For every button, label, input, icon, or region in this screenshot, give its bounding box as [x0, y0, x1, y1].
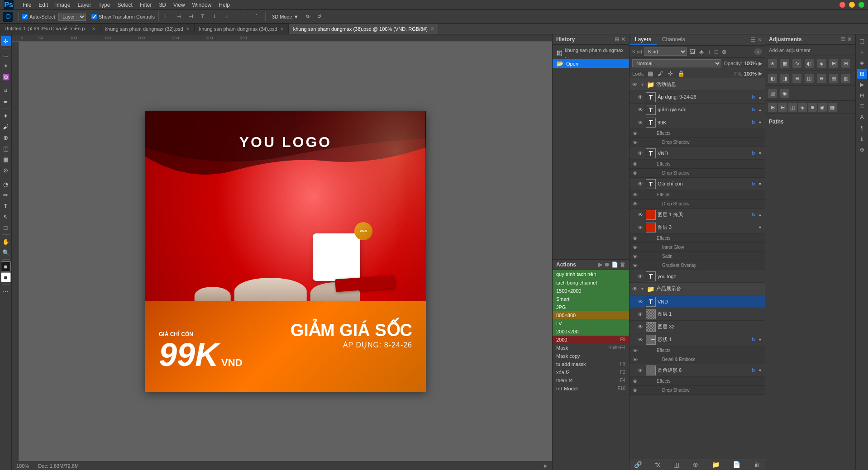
toolbar-align-right[interactable]: ⊣	[186, 13, 196, 20]
rail-info[interactable]: ℹ	[857, 134, 867, 144]
adj-brightness[interactable]: ☀	[768, 59, 777, 68]
tab-2-close[interactable]: ✕	[280, 26, 284, 31]
effect-yuanjiao6-effects[interactable]: 👁 Effects	[630, 377, 765, 386]
tab-1-close[interactable]: ✕	[186, 26, 190, 31]
eye-tuceng3-effects[interactable]: 👁	[631, 236, 639, 241]
lasso-tool[interactable]: ⌖	[1, 61, 11, 71]
action-item-6[interactable]: LV	[553, 319, 629, 328]
layer-giachicon[interactable]: 👁 T Giá chỉ còn fx ▼	[630, 178, 765, 190]
actions-delete-btn[interactable]: 🗑	[620, 261, 625, 268]
filter-pixel-icon[interactable]: 🖼	[689, 48, 696, 55]
adj-blackwhite[interactable]: ◧	[768, 74, 777, 83]
fill-arrow[interactable]: ▶	[758, 71, 762, 76]
layer-tuceng1-copy[interactable]: 👁 图层 1 拷贝 fx ▲	[630, 209, 765, 221]
expand-giamgia[interactable]: ▲	[757, 108, 763, 112]
group-layer-chanpin[interactable]: 👁 ▼ 📁 产品展示台	[630, 283, 765, 295]
eye-vnd1-shadow[interactable]: 👁	[631, 171, 639, 176]
blend-mode-select[interactable]: Normal Multiply Screen Overlay	[632, 59, 721, 67]
actions-play-btn[interactable]: ▶	[598, 261, 602, 268]
adj-selective-color[interactable]: ◉	[780, 89, 789, 98]
delete-layer-btn[interactable]: 🗑	[752, 461, 762, 468]
action-item-4[interactable]: JPG	[553, 303, 629, 311]
effect-row-99k-effects[interactable]: 👁 Effects	[630, 129, 765, 138]
action-item-3[interactable]: Smart	[553, 295, 629, 303]
toolbar-align-top[interactable]: ⊤	[198, 13, 208, 20]
action-item-0[interactable]: quy trinh tach nền	[553, 270, 629, 279]
auto-select-type[interactable]: Layer Group	[58, 13, 86, 21]
layer-tuceng1[interactable]: 👁 图层 1	[630, 308, 765, 321]
eye-yuanjiao6-shadow[interactable]: 👁	[631, 388, 639, 393]
menu-window[interactable]: Window	[192, 2, 212, 8]
extra-tools[interactable]: ⋯	[1, 286, 11, 296]
eye-youlogo[interactable]: 👁	[637, 273, 644, 280]
lock-transparent-btn[interactable]: ▦	[647, 70, 654, 77]
quick-select-tool[interactable]: 🔯	[1, 72, 11, 82]
tab-1[interactable]: khung san pham dungmax (32).psd ✕	[100, 24, 195, 34]
menu-select[interactable]: Select	[117, 2, 132, 8]
effect-eye-99k-shadow[interactable]: 👁	[631, 140, 639, 145]
toolbar-align-bottom[interactable]: ⊥	[221, 13, 231, 20]
layer-youlogo[interactable]: 👁 T you logo	[630, 270, 765, 283]
effect-eye-99k-effects[interactable]: 👁	[631, 131, 639, 136]
effect-row-vnd1-effects[interactable]: 👁 Effects	[630, 160, 765, 169]
eye-tuceng32[interactable]: 👁	[637, 324, 644, 330]
menu-type[interactable]: Type	[98, 2, 110, 8]
rail-actions[interactable]: ▶	[857, 80, 867, 90]
minimize-button[interactable]	[849, 2, 855, 8]
effect-xingzhuang1-effects[interactable]: 👁 Effects	[630, 346, 765, 355]
effect-tuceng3-gradient[interactable]: 👁 Gradient Overlay	[630, 261, 765, 270]
filter-type-icon[interactable]: T	[706, 48, 712, 55]
rail-channels[interactable]: ◈	[857, 58, 867, 68]
eraser-tool[interactable]: ◫	[1, 143, 11, 153]
action-item-14[interactable]: RT Model F10	[553, 385, 629, 393]
eye-group-0[interactable]: 👁	[631, 81, 639, 88]
eye-giachicon[interactable]: 👁	[637, 181, 644, 187]
eye-tuceng3-gradient[interactable]: 👁	[631, 263, 639, 268]
layer-apdung[interactable]: 👁 T Áp dụng: 9-24-26 fx ▲	[630, 91, 765, 104]
maximize-button[interactable]	[858, 2, 864, 8]
filter-toggle[interactable]: ○	[754, 48, 762, 55]
effect-tuceng3-effects[interactable]: 👁 Effects	[630, 234, 765, 243]
menu-filter[interactable]: Filter	[140, 2, 152, 8]
layer-giamgia[interactable]: 👁 T giảm giá sốc fx ▲	[630, 104, 765, 116]
path-select-tool[interactable]: ↖	[1, 212, 11, 222]
auto-select-option[interactable]: Auto-Select: Layer Group	[22, 13, 86, 21]
tab-0[interactable]: Untitled-1 @ 68.3% (Chia sẻ miễn p... ✕	[0, 24, 100, 34]
eye-apdung[interactable]: 👁	[637, 94, 644, 100]
adj-extra-3[interactable]: ◫	[788, 103, 797, 112]
crop-tool[interactable]: ⌗	[1, 86, 11, 96]
tab-3-close[interactable]: ✕	[430, 26, 434, 31]
adj-invert[interactable]: ⊖	[817, 74, 826, 83]
rail-paragraph[interactable]: ¶	[857, 123, 867, 133]
menu-file[interactable]: File	[23, 2, 31, 8]
eye-tuceng1[interactable]: 👁	[637, 311, 644, 318]
effect-giachicon-effects[interactable]: 👁 Effects	[630, 190, 765, 199]
action-item-12[interactable]: xóa f2 F2	[553, 368, 629, 376]
tab-2[interactable]: khung san pham dungmax (34).psd ✕	[195, 24, 289, 34]
rail-navigator[interactable]: ⊕	[857, 145, 867, 155]
action-item-1[interactable]: tach bong channel	[553, 279, 629, 287]
rail-library[interactable]: ☰	[857, 101, 867, 111]
add-adjustment-btn[interactable]: ⊕	[691, 461, 700, 468]
expand-vnd-1[interactable]: ▼	[757, 151, 763, 156]
eye-tuceng1-copy[interactable]: 👁	[637, 212, 644, 218]
layer-kind-select[interactable]: Kind Name Effect Mode Attribute Color Sm…	[644, 47, 687, 56]
menu-layer[interactable]: Layer	[77, 2, 91, 8]
eye-vnd-1[interactable]: 👁	[637, 150, 644, 157]
adj-curves[interactable]: ∿	[792, 59, 801, 68]
close-button[interactable]	[839, 2, 845, 8]
eye-vnd1-effects[interactable]: 👁	[631, 161, 639, 167]
eye-xingzhuang1[interactable]: 👁	[637, 337, 644, 343]
expand-tuceng1-copy[interactable]: ▲	[757, 213, 763, 217]
toolbar-3d-mode[interactable]: 3D Mode ▼	[269, 13, 301, 20]
eye-giachicon-shadow[interactable]: 👁	[631, 201, 639, 207]
adj-extra-2[interactable]: ⊟	[778, 103, 787, 112]
opacity-arrow[interactable]: ▶	[758, 61, 762, 66]
show-transform-checkbox[interactable]	[91, 14, 97, 19]
expand-apdung[interactable]: ▲	[757, 95, 763, 100]
background-color[interactable]: ■	[1, 272, 11, 282]
brush-tool[interactable]: 🖌	[1, 122, 11, 132]
adj-extra-6[interactable]: ◉	[818, 103, 827, 112]
add-group-btn[interactable]: 📁	[710, 461, 721, 468]
rail-layers[interactable]: ≡	[857, 47, 867, 57]
